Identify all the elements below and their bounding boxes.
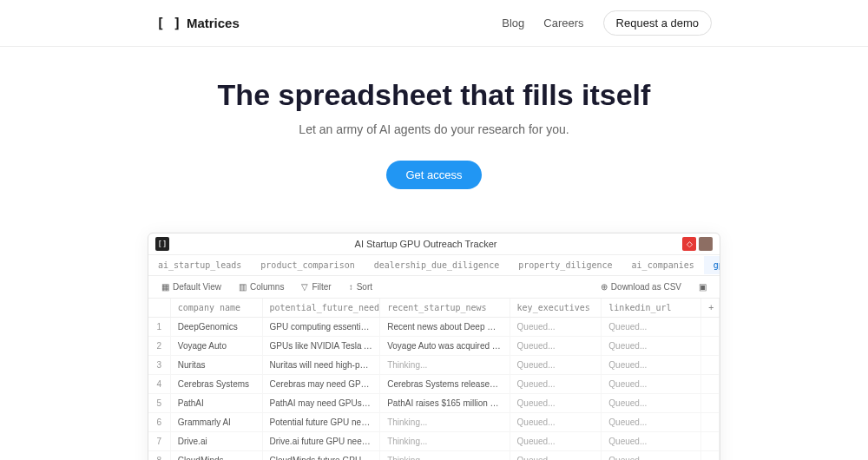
cell-news[interactable]: Cerebras Systems released open-sou •••• bbox=[380, 375, 510, 394]
hero-subtitle: Let an army of AI agents do your researc… bbox=[0, 122, 868, 136]
cell-company[interactable]: Cerebras Systems bbox=[170, 375, 262, 394]
cell-news[interactable]: Thinking... bbox=[380, 451, 510, 461]
cell-needs[interactable]: GPUs like NVIDIA Tesla A100, V100 •••• bbox=[262, 337, 380, 356]
filter-icon: ▽ bbox=[301, 282, 308, 292]
cell-needs[interactable]: Drive.ai future GPU needs include i •••• bbox=[262, 432, 380, 451]
cell-empty bbox=[701, 337, 720, 356]
download-csv-button[interactable]: ⊕Download as CSV bbox=[595, 279, 687, 294]
table-row[interactable]: 3NuritasNuritas will need high-performan… bbox=[148, 356, 720, 375]
cell-executives[interactable]: Queued... bbox=[510, 356, 602, 375]
cell-company[interactable]: Voyage Auto bbox=[170, 337, 262, 356]
cell-company[interactable]: Nuritas bbox=[170, 356, 262, 375]
view-selector[interactable]: ▦Default View bbox=[155, 279, 227, 294]
cell-company[interactable]: Drive.ai bbox=[170, 432, 262, 451]
table-row[interactable]: 1DeepGenomicsGPU computing essential for… bbox=[148, 318, 720, 337]
tab-property_diligence[interactable]: property_diligence bbox=[509, 256, 621, 274]
cell-needs[interactable]: CloudMinds future GPU needs: sca •••• bbox=[262, 451, 380, 461]
tab-dealership_due_diligence[interactable]: dealership_due_diligence bbox=[365, 256, 510, 274]
cell-needs[interactable]: Potential future GPU needs for Gra •••• bbox=[262, 413, 380, 432]
avatar[interactable] bbox=[699, 237, 713, 251]
columns-button[interactable]: ▥Columns bbox=[233, 279, 290, 294]
nav-careers[interactable]: Careers bbox=[543, 16, 583, 30]
cell-linkedin[interactable]: Queued... bbox=[602, 413, 701, 432]
column-header[interactable]: key_executives bbox=[510, 299, 602, 318]
cell-company[interactable]: Grammarly AI bbox=[170, 413, 262, 432]
cell-company[interactable]: DeepGenomics bbox=[170, 318, 262, 337]
cell-linkedin[interactable]: Queued... bbox=[602, 394, 701, 413]
cell-executives[interactable]: Queued... bbox=[510, 451, 602, 461]
row-number: 2 bbox=[148, 337, 170, 356]
cell-linkedin[interactable]: Queued... bbox=[602, 318, 701, 337]
table-row[interactable]: 6Grammarly AIPotential future GPU needs … bbox=[148, 413, 720, 432]
cell-news[interactable]: Recent news about Deep Genomics in •••• bbox=[380, 318, 510, 337]
column-header[interactable]: potential_future_needs bbox=[262, 299, 380, 318]
get-access-button[interactable]: Get access bbox=[386, 161, 481, 189]
cell-news[interactable]: Thinking... bbox=[380, 432, 510, 451]
cell-needs[interactable]: PathAI may need GPUs with increa •••• bbox=[262, 394, 380, 413]
row-number: 8 bbox=[148, 451, 170, 461]
tab-product_comparison[interactable]: product_comparison bbox=[251, 256, 364, 274]
cell-news[interactable]: Thinking... bbox=[380, 356, 510, 375]
table-row[interactable]: 8CloudMindsCloudMinds future GPU needs: … bbox=[148, 451, 720, 461]
column-header[interactable]: recent_startup_news bbox=[380, 299, 510, 318]
cell-empty bbox=[701, 356, 720, 375]
columns-icon: ▥ bbox=[239, 282, 247, 292]
tab-ai_companies[interactable]: ai_companies bbox=[622, 256, 704, 274]
cell-needs[interactable]: GPU computing essential for AI, ac •••• bbox=[262, 318, 380, 337]
cell-empty bbox=[701, 451, 720, 461]
table-row[interactable]: 7Drive.aiDrive.ai future GPU needs inclu… bbox=[148, 432, 720, 451]
cell-executives[interactable]: Queued... bbox=[510, 394, 602, 413]
request-demo-button[interactable]: Request a demo bbox=[603, 10, 712, 36]
add-column-button[interactable]: + bbox=[701, 299, 720, 318]
filter-button[interactable]: ▽Filter bbox=[295, 279, 337, 294]
row-number-header bbox=[148, 299, 170, 318]
row-number: 6 bbox=[148, 413, 170, 432]
column-header[interactable]: company name bbox=[170, 299, 262, 318]
cell-linkedin[interactable]: Queued... bbox=[602, 451, 701, 461]
download-icon: ⊕ bbox=[601, 282, 608, 292]
tab-gpu_sales_research[interactable]: gpu_sales_research bbox=[704, 256, 720, 274]
app-window: [] AI Startup GPU Outreach Tracker ◇ ai_… bbox=[148, 233, 720, 460]
sort-button[interactable]: ↕Sort bbox=[343, 279, 378, 294]
cell-linkedin[interactable]: Queued... bbox=[602, 432, 701, 451]
cell-executives[interactable]: Queued... bbox=[510, 432, 602, 451]
hero-title: The spreadsheet that fills itself bbox=[0, 78, 868, 112]
cell-needs[interactable]: Cerebras may need GPUs supporti •••• bbox=[262, 375, 380, 394]
cell-linkedin[interactable]: Queued... bbox=[602, 375, 701, 394]
row-number: 3 bbox=[148, 356, 170, 375]
nav-blog[interactable]: Blog bbox=[502, 16, 524, 30]
cell-executives[interactable]: Queued... bbox=[510, 375, 602, 394]
column-header[interactable]: linkedin_url bbox=[602, 299, 701, 318]
brand-name: Matrices bbox=[187, 16, 240, 30]
presence-avatars: ◇ bbox=[682, 237, 713, 251]
expand-button[interactable]: ▣ bbox=[693, 279, 713, 294]
expand-icon: ▣ bbox=[699, 282, 707, 292]
row-number: 7 bbox=[148, 432, 170, 451]
cell-executives[interactable]: Queued... bbox=[510, 413, 602, 432]
cell-linkedin[interactable]: Queued... bbox=[602, 356, 701, 375]
table-row[interactable]: 5PathAIPathAI may need GPUs with increa … bbox=[148, 394, 720, 413]
cell-empty bbox=[701, 375, 720, 394]
row-number: 4 bbox=[148, 375, 170, 394]
table-row[interactable]: 2Voyage AutoGPUs like NVIDIA Tesla A100,… bbox=[148, 337, 720, 356]
table-row[interactable]: 4Cerebras SystemsCerebras may need GPUs … bbox=[148, 375, 720, 394]
cell-linkedin[interactable]: Queued... bbox=[602, 337, 701, 356]
tab-ai_startup_leads[interactable]: ai_startup_leads bbox=[148, 256, 251, 274]
sort-icon: ↕ bbox=[349, 282, 353, 292]
cell-empty bbox=[701, 432, 720, 451]
cell-news[interactable]: Thinking... bbox=[380, 413, 510, 432]
cell-news[interactable]: PathAI raises $165 million Series C - c … bbox=[380, 394, 510, 413]
logo[interactable]: [ ] Matrices bbox=[156, 15, 240, 31]
cell-executives[interactable]: Queued... bbox=[510, 337, 602, 356]
row-number: 5 bbox=[148, 394, 170, 413]
cell-executives[interactable]: Queued... bbox=[510, 318, 602, 337]
avatar[interactable]: ◇ bbox=[682, 237, 696, 251]
sheet-tabs: ai_startup_leadsproduct_comparisondealer… bbox=[148, 255, 720, 276]
cell-needs[interactable]: Nuritas will need high-performance •••• bbox=[262, 356, 380, 375]
cell-company[interactable]: CloudMinds bbox=[170, 451, 262, 461]
cell-empty bbox=[701, 413, 720, 432]
cell-empty bbox=[701, 394, 720, 413]
cell-news[interactable]: Voyage Auto was acquired by Cruise, •••• bbox=[380, 337, 510, 356]
logo-icon: [ ] bbox=[156, 15, 181, 31]
cell-company[interactable]: PathAI bbox=[170, 394, 262, 413]
